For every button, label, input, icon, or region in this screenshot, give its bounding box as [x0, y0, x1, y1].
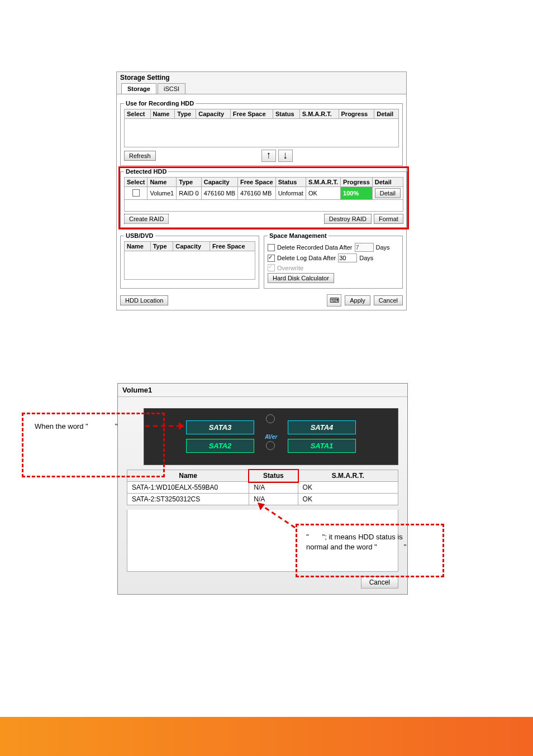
- col-smart[interactable]: S.M.A.R.T.: [299, 109, 339, 119]
- col-freespace[interactable]: Free Space: [210, 242, 255, 251]
- tab-iscsi[interactable]: iSCSI: [158, 83, 185, 94]
- cell-smart: OK: [298, 482, 398, 494]
- days-label: Days: [359, 255, 373, 261]
- space-management-legend: Space Management: [268, 232, 329, 239]
- cell-capacity: 476160 MB: [201, 187, 237, 200]
- table-row: SATA-1:WD10EALX-559BA0 N/A OK: [127, 482, 398, 494]
- recording-hdd-fieldset: Use for Recording HDD Select Name Type C…: [120, 100, 403, 166]
- col-freespace[interactable]: Free Space: [237, 178, 275, 187]
- overwrite-checkbox: [268, 264, 275, 271]
- cell-type: RAID 0: [177, 187, 201, 200]
- usb-dvd-empty: [124, 251, 255, 280]
- keyboard-icon[interactable]: ⌨: [327, 294, 341, 307]
- callout-left-text: When the word "": [35, 422, 117, 432]
- delete-recorded-label: Delete Recorded Data After: [277, 244, 353, 251]
- hard-disk-calculator-button[interactable]: Hard Disk Calculator: [268, 273, 334, 283]
- col-smart[interactable]: S.M.A.R.T.: [298, 470, 398, 482]
- sata4-slot: SATA4: [288, 420, 356, 434]
- cell-progress: 100%: [341, 187, 373, 200]
- recording-hdd-table: Select Name Type Capacity Free Space Sta…: [124, 109, 399, 119]
- detected-hdd-fieldset: Detected HDD Select Name Type Capacity F…: [120, 168, 407, 228]
- col-name[interactable]: Name: [147, 178, 177, 187]
- cell-name: SATA-2:ST3250312CS: [127, 494, 249, 505]
- col-name[interactable]: Name: [150, 109, 175, 119]
- col-type[interactable]: Type: [177, 178, 201, 187]
- svg-line-2: [261, 505, 295, 528]
- storage-setting-window: Storage Setting Storage iSCSI Use for Re…: [116, 71, 407, 310]
- volume1-title: Volume1: [118, 384, 407, 397]
- col-smart[interactable]: S.M.A.R.T.: [306, 178, 340, 187]
- sata-panel: SATA3 SATA2 AVer SATA4 SATA1: [144, 408, 398, 465]
- row-checkbox[interactable]: [132, 189, 140, 197]
- table-row[interactable]: Volume1 RAID 0 476160 MB 476160 MB Unfor…: [125, 187, 403, 200]
- volume1-cancel-button[interactable]: Cancel: [361, 576, 398, 588]
- footer-bar: [0, 717, 533, 756]
- arrow-down-icon[interactable]: ⭣: [278, 150, 293, 162]
- refresh-button[interactable]: Refresh: [124, 151, 156, 161]
- col-type[interactable]: Type: [175, 109, 196, 119]
- delete-log-days-input[interactable]: [338, 253, 357, 262]
- delete-recorded-checkbox[interactable]: [268, 244, 275, 251]
- svg-marker-3: [258, 503, 265, 510]
- recording-hdd-legend: Use for Recording HDD: [124, 100, 196, 107]
- col-status[interactable]: Status: [249, 470, 298, 482]
- col-capacity[interactable]: Capacity: [201, 178, 237, 187]
- sata1-slot: SATA1: [288, 439, 356, 453]
- create-raid-button[interactable]: Create RAID: [124, 214, 169, 224]
- callout-arrow-icon: [145, 418, 184, 434]
- aver-logo: AVer: [265, 434, 277, 440]
- detected-hdd-legend: Detected HDD: [124, 168, 168, 175]
- usb-dvd-fieldset: USB/DVD Name Type Capacity Free Space: [120, 232, 259, 289]
- col-detail[interactable]: Detail: [374, 109, 399, 119]
- col-capacity[interactable]: Capacity: [173, 242, 210, 251]
- overwrite-label: Overwrite: [277, 265, 303, 271]
- delete-log-checkbox[interactable]: [268, 255, 275, 262]
- callout-arrow-icon: [256, 503, 301, 530]
- col-type[interactable]: Type: [150, 242, 173, 251]
- disc-icon: [266, 414, 275, 423]
- recording-hdd-empty: [124, 119, 399, 147]
- col-freespace[interactable]: Free Space: [230, 109, 273, 119]
- detail-button[interactable]: Detail: [375, 188, 401, 198]
- disc-icon: [266, 441, 275, 450]
- usb-dvd-table: Name Type Capacity Free Space: [124, 241, 255, 251]
- cell-smart: OK: [298, 494, 398, 505]
- apply-button[interactable]: Apply: [345, 295, 370, 305]
- col-progress[interactable]: Progress: [339, 109, 374, 119]
- cell-status: N/A: [249, 482, 298, 494]
- arrow-up-icon[interactable]: ⭡: [261, 150, 276, 162]
- sata3-slot: SATA3: [186, 420, 254, 434]
- cell-status: Unformat: [275, 187, 306, 200]
- detected-hdd-blank: [124, 200, 403, 212]
- col-select[interactable]: Select: [125, 178, 147, 187]
- col-capacity[interactable]: Capacity: [196, 109, 231, 119]
- callout-right-text: ""; it means HDD status is normal and th…: [306, 532, 451, 552]
- cell-freespace: 476160 MB: [237, 187, 275, 200]
- delete-recorded-days-input[interactable]: [355, 243, 374, 252]
- col-progress[interactable]: Progress: [341, 178, 373, 187]
- svg-marker-1: [179, 422, 184, 430]
- space-management-fieldset: Space Management Delete Recorded Data Af…: [264, 232, 403, 289]
- window-title: Storage Setting: [117, 72, 406, 83]
- col-detail[interactable]: Detail: [372, 178, 403, 187]
- detected-hdd-table: Select Name Type Capacity Free Space Sta…: [124, 177, 403, 200]
- volume1-table: Name Status S.M.A.R.T. SATA-1:WD10EALX-5…: [127, 470, 398, 505]
- hdd-location-button[interactable]: HDD Location: [120, 295, 168, 305]
- format-button[interactable]: Format: [374, 214, 403, 224]
- col-name[interactable]: Name: [125, 242, 151, 251]
- cell-name: SATA-1:WD10EALX-559BA0: [127, 482, 249, 494]
- col-select[interactable]: Select: [125, 109, 151, 119]
- delete-log-label: Delete Log Data After: [277, 255, 336, 261]
- col-status[interactable]: Status: [275, 178, 306, 187]
- tab-storage[interactable]: Storage: [121, 83, 156, 94]
- cell-smart: OK: [306, 187, 340, 200]
- cell-name: Volume1: [147, 187, 177, 200]
- usb-dvd-legend: USB/DVD: [124, 232, 155, 239]
- days-label: Days: [376, 244, 390, 251]
- sata2-slot: SATA2: [186, 439, 254, 453]
- cancel-button[interactable]: Cancel: [374, 295, 403, 305]
- col-status[interactable]: Status: [273, 109, 299, 119]
- destroy-raid-button[interactable]: Destroy RAID: [324, 214, 372, 224]
